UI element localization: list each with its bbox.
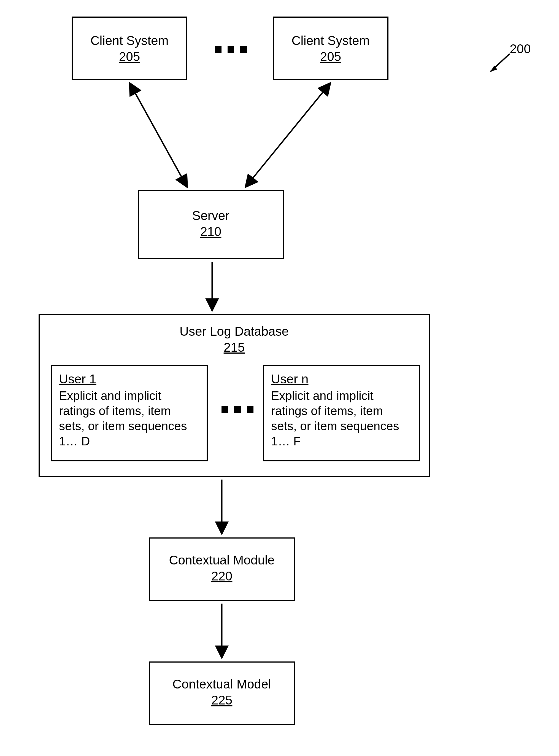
box-user-1: User 1 Explicit and implicit ratings of … [51,365,208,461]
box-server: Server 210 [138,190,284,259]
usern-desc: Explicit and implicit ratings of items, … [271,388,411,449]
usern-label: User n [271,372,411,386]
server-ref: 210 [139,224,283,240]
client2-title: Client System [274,33,387,49]
box-user-n: User n Explicit and implicit ratings of … [263,365,420,461]
userlog-title: User Log Database [40,324,429,339]
client1-ref: 205 [73,49,186,65]
server-title: Server [139,208,283,224]
box-client-system-2: Client System 205 [273,17,388,80]
cmodel-ref: 225 [150,692,294,708]
svg-marker-1 [490,66,497,72]
ellipsis-users [222,406,253,413]
arrow-client2-server [245,83,331,187]
client2-ref: 205 [274,49,387,65]
client1-title: Client System [73,33,186,49]
box-contextual-module: Contextual Module 220 [149,537,295,601]
box-user-log-database: User Log Database 215 User 1 Explicit an… [39,314,430,477]
box-client-system-1: Client System 205 [72,17,187,80]
svg-line-0 [490,54,510,72]
cmodule-ref: 220 [150,568,294,584]
diagram-canvas: 200 Client System 205 Client System 205 … [0,0,559,756]
userlog-ref: 215 [40,339,429,356]
arrow-client1-server [130,83,187,187]
cmodel-title: Contextual Model [150,676,294,692]
figure-label: 200 [510,41,531,56]
user1-desc: Explicit and implicit ratings of items, … [59,388,199,449]
cmodule-title: Contextual Module [150,552,294,568]
user1-label: User 1 [59,372,199,386]
ellipsis-clients [215,46,247,53]
box-contextual-model: Contextual Model 225 [149,662,295,725]
